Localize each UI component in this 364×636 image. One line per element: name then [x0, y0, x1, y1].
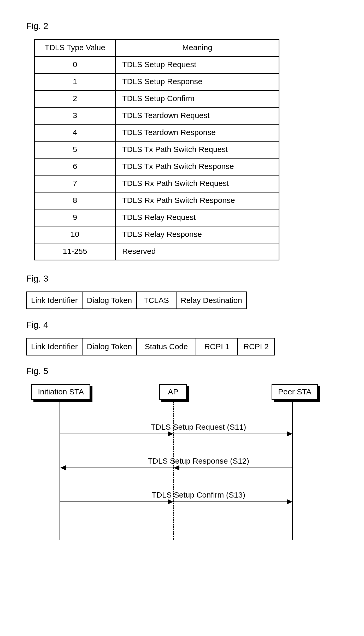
fig2-meaning: TDLS Teardown Response [116, 124, 279, 141]
fig4-label: Fig. 4 [26, 320, 338, 330]
field-rcpi2: RCPI 2 [238, 339, 274, 355]
fig2-label: Fig. 2 [26, 21, 338, 31]
fig2-type: 7 [34, 175, 116, 192]
fig2-type: 6 [34, 158, 116, 175]
node-label: Initiation STA [31, 384, 90, 400]
fig2-type: 10 [34, 226, 116, 243]
table-row: 9TDLS Relay Request [34, 209, 279, 226]
field-status-code: Status Code [137, 339, 196, 355]
seq-node-initiation-sta: Initiation STA [31, 384, 90, 400]
table-row: 5TDLS Tx Path Switch Request [34, 141, 279, 158]
fig2-meaning: TDLS Rx Path Switch Response [116, 192, 279, 209]
fig2-header-type: TDLS Type Value [34, 39, 116, 56]
arrow-line [60, 501, 173, 502]
fig2-meaning: TDLS Rx Path Switch Request [116, 175, 279, 192]
msg-label: TDLS Setup Confirm (S13) [110, 491, 287, 499]
lifeline-initiation-sta [60, 401, 60, 540]
arrow-line [174, 501, 292, 502]
fig2-meaning: TDLS Relay Request [116, 209, 279, 226]
table-row: 7TDLS Rx Path Switch Request [34, 175, 279, 192]
node-label: AP [159, 384, 187, 400]
table-row: 8TDLS Rx Path Switch Response [34, 192, 279, 209]
table-row: 3TDLS Teardown Request [34, 107, 279, 124]
arrow-line [174, 434, 292, 434]
table-row: 6TDLS Tx Path Switch Response [34, 158, 279, 175]
table-row: 10TDLS Relay Response [34, 226, 279, 243]
fig2-meaning: TDLS Setup Response [116, 73, 279, 90]
arrowhead-icon [168, 431, 173, 436]
field-link-identifier: Link Identifier [27, 292, 83, 308]
fig2-meaning: TDLS Setup Confirm [116, 90, 279, 107]
arrowhead-icon [287, 431, 292, 436]
fig5-label: Fig. 5 [26, 366, 338, 376]
arrowhead-icon [287, 499, 292, 504]
field-relay-destination: Relay Destination [177, 292, 246, 308]
table-row: 4TDLS Teardown Response [34, 124, 279, 141]
fig2-table: TDLS Type Value Meaning 0TDLS Setup Requ… [34, 39, 279, 260]
fig2-type: 3 [34, 107, 116, 124]
arrowhead-icon [168, 499, 173, 504]
table-row: 2TDLS Setup Confirm [34, 90, 279, 107]
arrow-line [179, 468, 292, 468]
arrowhead-icon [60, 465, 66, 470]
fig2-header-meaning: Meaning [116, 39, 279, 56]
field-dialog-token: Dialog Token [83, 339, 137, 355]
field-rcpi1: RCPI 1 [196, 339, 238, 355]
fig2-meaning: Reserved [116, 243, 279, 260]
table-row: 11-255Reserved [34, 243, 279, 260]
arrow-line [66, 468, 173, 468]
table-row: 0TDLS Setup Request [34, 56, 279, 73]
fig2-type: 9 [34, 209, 116, 226]
fig2-meaning: TDLS Teardown Request [116, 107, 279, 124]
lifeline-ap [173, 401, 174, 540]
arrowhead-icon [174, 465, 179, 470]
fig5-sequence-diagram: Initiation STA AP Peer STA TDLS Setup Re… [31, 384, 329, 546]
fig2-type: 1 [34, 73, 116, 90]
fig2-meaning: TDLS Tx Path Switch Request [116, 141, 279, 158]
fig2-meaning: TDLS Setup Request [116, 56, 279, 73]
fig2-type: 2 [34, 90, 116, 107]
fig2-type: 8 [34, 192, 116, 209]
fig3-label: Fig. 3 [26, 273, 338, 284]
field-dialog-token: Dialog Token [83, 292, 137, 308]
fig2-type: 0 [34, 56, 116, 73]
fig2-meaning: TDLS Relay Response [116, 226, 279, 243]
fig4-fields: Link Identifier Dialog Token Status Code… [26, 338, 275, 355]
arrow-line [60, 434, 173, 434]
fig3-fields: Link Identifier Dialog Token TCLAS Relay… [26, 291, 247, 309]
lifeline-peer-sta [292, 401, 293, 540]
fig2-meaning: TDLS Tx Path Switch Response [116, 158, 279, 175]
seq-node-peer-sta: Peer STA [272, 384, 318, 400]
msg-label: TDLS Setup Request (S11) [110, 423, 287, 431]
msg-label: TDLS Setup Response (S12) [110, 457, 287, 465]
fig2-type: 4 [34, 124, 116, 141]
seq-node-ap: AP [159, 384, 187, 400]
field-tclas: TCLAS [137, 292, 177, 308]
table-row: 1TDLS Setup Response [34, 73, 279, 90]
field-link-identifier: Link Identifier [27, 339, 83, 355]
fig2-type: 5 [34, 141, 116, 158]
node-label: Peer STA [272, 384, 318, 400]
fig2-type: 11-255 [34, 243, 116, 260]
